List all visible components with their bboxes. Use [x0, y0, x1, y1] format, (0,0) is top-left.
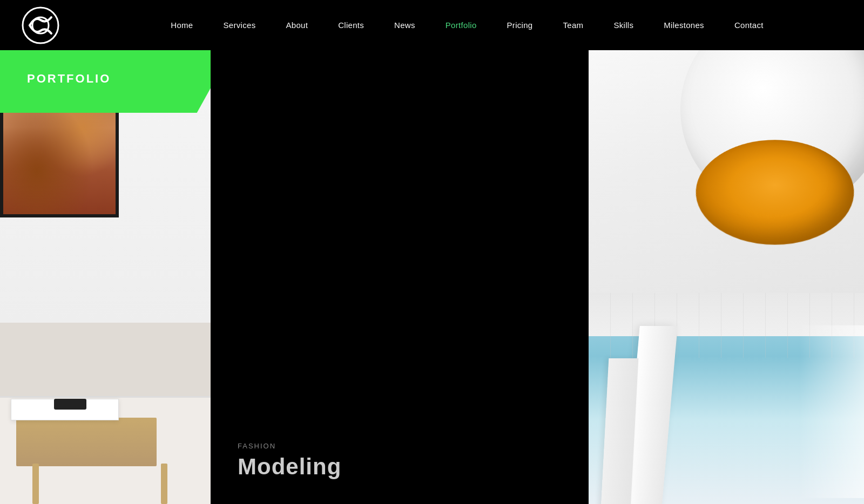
- main-content: PORTFOLIO FASHION: [0, 50, 864, 504]
- nav-item-skills[interactable]: Skills: [598, 0, 649, 50]
- portfolio-label-box: PORTFOLIO: [0, 50, 211, 113]
- desk-leg-right: [161, 464, 167, 504]
- modeling-title: Modeling: [238, 454, 341, 480]
- right-bottom-image: [589, 293, 864, 504]
- nav-item-contact[interactable]: Contact: [719, 0, 779, 50]
- right-top-image: [589, 50, 864, 293]
- arch-window-light: [799, 325, 864, 498]
- nav-item-clients[interactable]: Clients: [323, 0, 379, 50]
- right-panel: [589, 50, 864, 504]
- fashion-category: FASHION: [238, 442, 276, 450]
- desk-handle: [54, 399, 86, 410]
- nav-item-home[interactable]: Home: [156, 0, 208, 50]
- nav-item-services[interactable]: Services: [208, 0, 271, 50]
- svg-point-0: [23, 8, 58, 43]
- left-image: [0, 50, 211, 504]
- nav-item-team[interactable]: Team: [548, 0, 599, 50]
- nav-item-milestones[interactable]: Milestones: [649, 0, 719, 50]
- nav-item-news[interactable]: News: [379, 0, 430, 50]
- desk-leg-left: [32, 464, 39, 504]
- center-panel: FASHION Modeling: [211, 50, 589, 504]
- main-nav: Home Services About Clients News Portfol…: [92, 0, 842, 50]
- main-header: Home Services About Clients News Portfol…: [0, 0, 864, 50]
- left-panel: PORTFOLIO: [0, 50, 211, 504]
- nav-item-about[interactable]: About: [271, 0, 323, 50]
- portfolio-label-text: PORTFOLIO: [27, 72, 111, 85]
- desk-body: [16, 418, 157, 466]
- logo[interactable]: [22, 6, 59, 44]
- nav-item-portfolio[interactable]: Portfolio: [430, 0, 492, 50]
- nav-item-pricing[interactable]: Pricing: [492, 0, 548, 50]
